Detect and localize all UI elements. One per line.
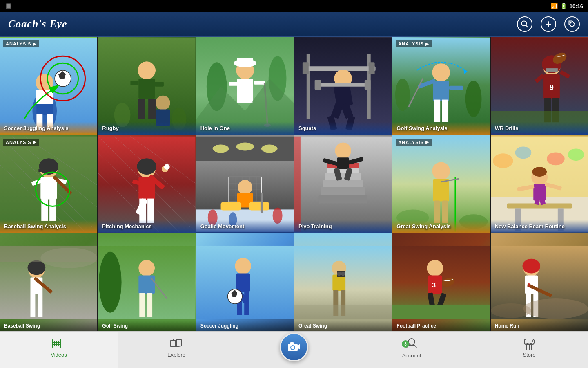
tag-button[interactable] (564, 16, 580, 32)
svg-rect-1 (7, 4, 11, 8)
svg-point-170 (547, 152, 565, 165)
svg-rect-86 (40, 177, 57, 200)
bottom-nav: Videos Explore (0, 331, 588, 368)
video-card-rugby[interactable]: Rugby (98, 37, 195, 135)
videos-icon (52, 339, 65, 350)
nav-label-explore: Explore (167, 352, 185, 358)
nav-item-store[interactable]: Store (470, 332, 588, 368)
search-icon (521, 20, 529, 28)
video-card-squats[interactable]: Squats (294, 37, 392, 135)
video-card-balance-beam[interactable]: New Balance Beam Routine (491, 135, 588, 233)
svg-rect-20 (131, 81, 139, 85)
svg-point-200 (341, 272, 345, 276)
svg-point-214 (522, 259, 540, 274)
record-button[interactable] (280, 333, 308, 361)
svg-point-205 (427, 260, 443, 276)
card-partial-label-golf2: Golf Swing (98, 321, 195, 331)
video-card-golf-swing2[interactable]: Golf Swing (98, 233, 195, 331)
svg-point-236 (291, 346, 294, 349)
video-card-great-swing2[interactable]: Great Swing (294, 233, 392, 331)
svg-rect-23 (148, 99, 156, 119)
analysis-badge-baseball: ANALYSIS (3, 139, 39, 146)
svg-point-174 (28, 260, 46, 275)
svg-rect-215 (525, 276, 538, 294)
add-button[interactable] (541, 16, 556, 32)
card-partial-label-baseball2: Baseball Swing (0, 321, 97, 331)
card-figure-great-swing2 (294, 233, 392, 331)
card-partial-label-football: Football Practice (392, 321, 490, 331)
video-card-soccer-juggling2[interactable]: Soccer Juggling (196, 233, 294, 331)
video-card-golf-swing[interactable]: ANALYSIS Golf Swing Analysis (392, 37, 490, 135)
nav-item-videos[interactable]: Videos (0, 332, 118, 368)
svg-point-199 (337, 272, 341, 276)
video-card-soccer-juggling[interactable]: ANALYSIS Soccer Juggling Analysis (0, 37, 97, 135)
svg-point-111 (212, 144, 229, 153)
svg-point-189 (235, 258, 251, 274)
time-display: 10:16 (570, 3, 583, 9)
video-card-plyo[interactable]: Plyo Training (294, 135, 392, 233)
svg-point-100 (137, 158, 157, 175)
card-label-golf-swing: Golf Swing Analysis (392, 122, 490, 135)
svg-text:3: 3 (432, 282, 436, 289)
svg-point-104 (164, 164, 170, 170)
card-label-hole-in-one: Hole In One (196, 122, 294, 135)
svg-point-221 (491, 303, 531, 318)
video-card-goalie[interactable]: Goalie Movement (196, 135, 294, 233)
svg-point-24 (156, 96, 170, 110)
card-figure-pitching (98, 135, 195, 233)
analysis-badge-golf: ANALYSIS (396, 40, 432, 47)
svg-rect-190 (236, 274, 250, 292)
analysis-badge-soccer: ANALYSIS (3, 40, 39, 47)
svg-rect-59 (442, 100, 448, 122)
card-figure-rugby (98, 37, 195, 135)
nav-item-explore[interactable]: Explore (118, 332, 235, 368)
svg-rect-32 (237, 79, 253, 103)
svg-point-162 (532, 167, 547, 177)
tag-icon (568, 20, 576, 28)
search-button[interactable] (517, 16, 532, 32)
card-figure-golf2 (98, 233, 195, 331)
svg-rect-148 (433, 179, 450, 202)
camera-icon (287, 341, 301, 353)
nav-label-account: Account (402, 352, 421, 359)
card-figure-golf (196, 37, 294, 135)
card-partial-label-soccer2: Soccer Juggling (196, 321, 294, 331)
video-card-wr-drills[interactable]: 9 WR Drills (491, 37, 588, 135)
video-card-pitching[interactable]: Pitching Mechanics (98, 135, 195, 233)
plus-icon (544, 20, 552, 28)
svg-rect-57 (433, 81, 450, 101)
notification-icon (5, 2, 12, 10)
svg-point-2 (522, 21, 527, 26)
video-card-great-swing[interactable]: ANALYSIS Great Swing Analysis (392, 135, 490, 233)
account-badge: 3 (402, 340, 409, 348)
svg-point-124 (238, 180, 252, 195)
nav-item-account[interactable]: 3 Account (353, 332, 470, 368)
svg-rect-184 (140, 293, 145, 317)
card-label-wr-drills: WR Drills (491, 122, 588, 135)
video-card-baseball-swing2[interactable]: Baseball Swing (0, 233, 97, 331)
svg-rect-192 (244, 291, 249, 316)
video-card-hole-in-one[interactable]: Hole In One (196, 37, 294, 135)
video-card-football[interactable]: 3 Football Practice (392, 233, 490, 331)
svg-point-171 (568, 148, 584, 161)
svg-rect-185 (147, 293, 152, 317)
card-label-balance-beam: New Balance Beam Routine (491, 220, 588, 233)
explore-icon (170, 339, 183, 350)
video-card-home-run[interactable]: 3 Home Run (491, 233, 588, 331)
store-icon (523, 339, 536, 350)
video-card-baseball-swing[interactable]: ANALYSIS Baseball Swing Analysis (0, 135, 97, 233)
card-label-rugby: Rugby (98, 122, 195, 135)
card-label-squats: Squats (294, 122, 392, 135)
svg-rect-22 (138, 99, 145, 119)
svg-point-168 (493, 153, 513, 168)
card-label-great-swing: Great Swing Analysis (392, 220, 490, 233)
svg-line-3 (526, 25, 528, 28)
nav-label-store: Store (523, 352, 535, 358)
card-figure-squats (294, 37, 392, 135)
card-label-goalie: Goalie Movement (196, 220, 294, 233)
svg-rect-58 (434, 100, 441, 122)
svg-rect-90 (41, 198, 48, 221)
svg-point-63 (466, 81, 482, 117)
svg-rect-135 (323, 180, 363, 187)
svg-point-64 (395, 79, 410, 111)
